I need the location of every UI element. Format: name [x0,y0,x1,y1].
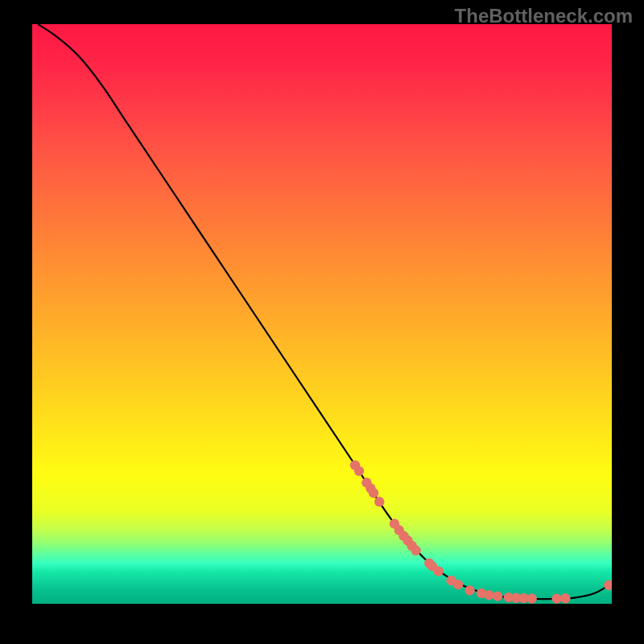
data-point [434,566,444,576]
data-point [551,593,561,603]
watermark-label: TheBottleneck.com [455,5,633,27]
data-markers [350,460,612,604]
data-point [604,580,612,590]
data-point [484,590,493,600]
data-point [411,546,420,555]
data-point [560,593,570,603]
data-point [453,580,463,589]
data-point [493,591,502,601]
data-point [354,466,364,476]
chart-svg [32,24,612,604]
chart-area [32,24,612,604]
data-point [526,593,536,603]
data-point [464,585,474,595]
data-point [374,497,384,506]
bottleneck-curve [38,24,609,599]
data-point [369,488,378,497]
